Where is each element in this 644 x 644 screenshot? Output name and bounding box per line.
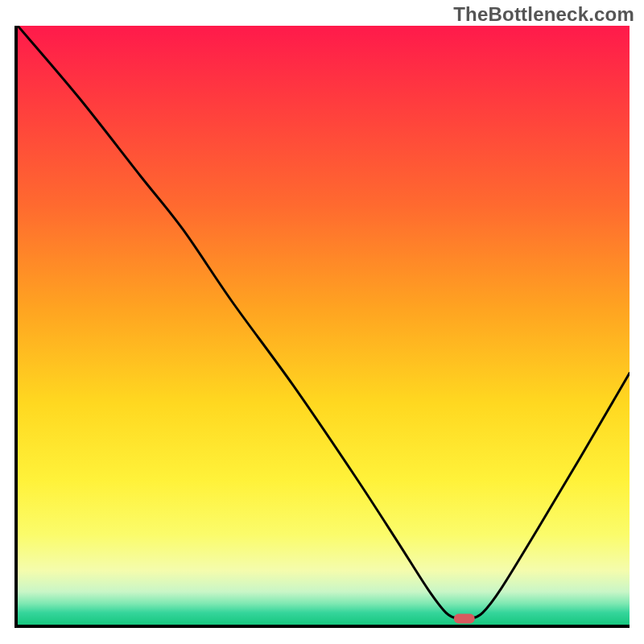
chart-frame: TheBottleneck.com (0, 0, 644, 644)
watermark-text: TheBottleneck.com (453, 3, 634, 26)
optimum-marker (454, 614, 475, 624)
curve-layer (18, 26, 630, 625)
plot-area (14, 26, 630, 628)
bottleneck-curve-path (18, 26, 630, 619)
